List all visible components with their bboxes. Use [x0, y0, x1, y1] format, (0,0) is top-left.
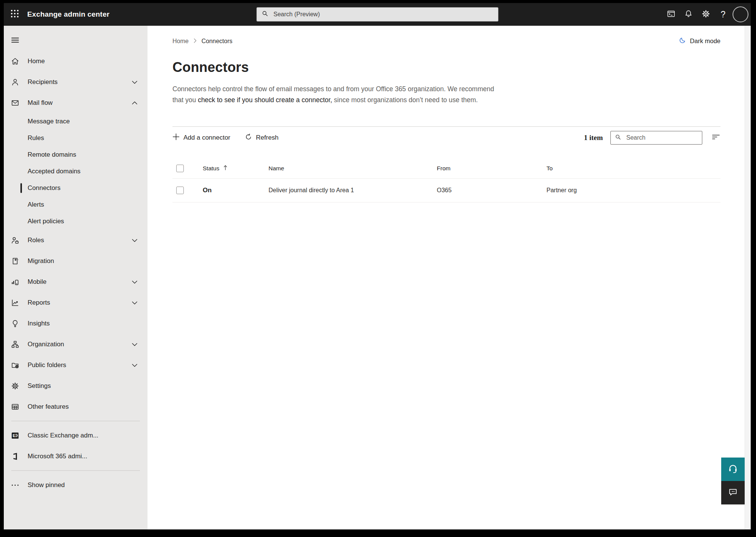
notifications-bell-icon — [684, 9, 693, 20]
breadcrumb-home-link[interactable]: Home — [172, 38, 189, 45]
sidebar-item-alert-policies[interactable]: Alert policies — [4, 213, 147, 230]
left-nav: Home Recipients Mail flow — [4, 26, 147, 529]
column-header-label: Status — [203, 165, 219, 172]
dark-mode-label: Dark mode — [690, 37, 720, 45]
sidebar-item-label: Organization — [28, 341, 64, 348]
sidebar-item-public-folders[interactable]: Public folders — [4, 355, 147, 375]
breadcrumb-separator-icon — [193, 38, 197, 45]
feedback-icon — [728, 487, 738, 499]
sidebar-item-message-trace[interactable]: Message trace — [4, 113, 147, 130]
sidebar-divider — [11, 421, 140, 421]
public-folders-icon — [11, 361, 20, 370]
filter-button[interactable] — [711, 132, 720, 143]
page-title: Connectors — [172, 59, 720, 75]
sidebar-item-label: Mobile — [28, 278, 47, 286]
sidebar-item-other-features[interactable]: Other features — [4, 396, 147, 417]
column-header-from[interactable]: From — [434, 165, 543, 172]
sidebar-item-label: Connectors — [28, 184, 61, 192]
sidebar-item-label: Show pinned — [28, 481, 65, 489]
topbar-settings-button[interactable] — [697, 3, 714, 26]
column-header-status[interactable]: Status — [197, 165, 265, 172]
nav-collapse-button[interactable] — [11, 36, 20, 45]
breadcrumb: Home Connectors — [172, 38, 233, 45]
migration-icon — [11, 257, 20, 266]
refresh-label: Refresh — [256, 134, 279, 142]
row-to-cell: Partner org — [543, 187, 720, 194]
sidebar-item-rules[interactable]: Rules — [4, 130, 147, 146]
search-icon — [261, 10, 269, 19]
microsoft-365-logo-icon — [11, 452, 20, 461]
global-search-input[interactable] — [273, 11, 494, 18]
sidebar-item-show-pinned[interactable]: Show pinned — [4, 475, 147, 495]
global-search-box[interactable] — [256, 7, 498, 22]
chevron-down-icon — [132, 79, 138, 85]
feedback-button[interactable] — [721, 481, 745, 504]
sidebar-item-connectors[interactable]: Connectors — [4, 180, 147, 196]
table-icon — [11, 402, 20, 411]
sidebar-item-accepted-domains[interactable]: Accepted domains — [4, 163, 147, 180]
connectors-table: Status Name From To — [172, 159, 720, 202]
add-connector-button[interactable]: Add a connector — [172, 133, 230, 142]
sidebar-item-recipients[interactable]: Recipients — [4, 72, 147, 92]
app-title: Exchange admin center — [27, 10, 110, 19]
chevron-down-icon — [132, 300, 138, 305]
filter-icon — [711, 132, 720, 143]
sidebar-item-mobile[interactable]: Mobile — [4, 271, 147, 292]
account-button[interactable] — [732, 3, 749, 26]
mobile-icon — [11, 277, 20, 286]
sidebar-item-home[interactable]: Home — [4, 51, 147, 72]
lightbulb-icon — [11, 319, 20, 328]
list-search-box[interactable] — [610, 131, 702, 145]
chevron-up-icon — [132, 100, 138, 106]
page-description: Connectors help control the flow of emai… — [172, 84, 497, 105]
sidebar-item-microsoft-365-admin[interactable]: Microsoft 365 admi... — [4, 446, 147, 467]
refresh-button[interactable]: Refresh — [245, 133, 279, 143]
create-connector-check-link[interactable]: check to see if you should create a conn… — [198, 96, 332, 104]
sidebar-item-label: Settings — [28, 382, 51, 390]
sidebar-item-label: Classic Exchange adm... — [28, 432, 98, 439]
sidebar-item-alerts[interactable]: Alerts — [4, 196, 147, 213]
sidebar-item-insights[interactable]: Insights — [4, 313, 147, 334]
notifications-button[interactable] — [680, 3, 697, 26]
table-header-row: Status Name From To — [172, 159, 720, 179]
moon-icon — [678, 36, 686, 46]
sidebar-item-roles[interactable]: Roles — [4, 230, 147, 251]
sidebar-item-classic-exchange-admin[interactable]: E Classic Exchange adm... — [4, 425, 147, 446]
refresh-icon — [245, 133, 252, 143]
help-button[interactable]: ? — [714, 3, 732, 26]
sidebar-item-label: Public folders — [28, 361, 66, 369]
person-icon — [11, 78, 20, 87]
sidebar-item-label: Remote domains — [28, 151, 76, 159]
sort-ascending-icon — [223, 165, 228, 172]
topbar-actions: ? — [662, 3, 749, 26]
dark-mode-toggle[interactable]: Dark mode — [678, 36, 720, 46]
column-header-name[interactable]: Name — [265, 165, 434, 172]
reports-icon — [11, 298, 20, 307]
select-all-checkbox[interactable] — [176, 165, 184, 172]
sidebar-item-mail-flow[interactable]: Mail flow — [4, 92, 147, 113]
powershell-terminal-button[interactable] — [662, 3, 680, 26]
table-row[interactable]: On Deliver journal directly to Area 1 O3… — [172, 179, 720, 202]
help-widget-stack — [721, 458, 745, 504]
sidebar-item-settings[interactable]: Settings — [4, 375, 147, 396]
sidebar-item-label: Rules — [28, 134, 44, 142]
top-bar: Exchange admin center — [4, 3, 751, 26]
sidebar-item-reports[interactable]: Reports — [4, 292, 147, 313]
sidebar-item-label: Mail flow — [28, 99, 53, 107]
column-header-to[interactable]: To — [543, 165, 720, 172]
support-button[interactable] — [721, 458, 745, 481]
sidebar-item-organization[interactable]: Organization — [4, 334, 147, 355]
sidebar-item-label: Alert policies — [28, 218, 64, 225]
sidebar-item-migration[interactable]: Migration — [4, 251, 147, 271]
sidebar-item-label: Home — [28, 58, 45, 65]
envelope-icon — [11, 98, 20, 107]
app-launcher-button[interactable] — [4, 3, 26, 26]
column-header-label: Name — [269, 165, 284, 171]
chevron-down-icon — [132, 238, 138, 243]
sidebar-item-remote-domains[interactable]: Remote domains — [4, 146, 147, 163]
user-avatar — [733, 6, 748, 22]
row-checkbox[interactable] — [176, 187, 184, 194]
list-search-input[interactable] — [626, 134, 698, 142]
vertical-scrollbar[interactable] — [745, 26, 751, 529]
chevron-down-icon — [132, 363, 138, 368]
